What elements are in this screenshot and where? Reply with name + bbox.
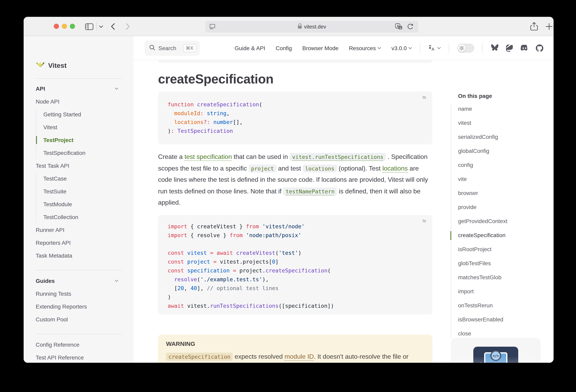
desktop-background: vitest.dev A (0, 0, 576, 392)
share-icon[interactable] (530, 17, 538, 36)
sponsor-fade (451, 356, 541, 363)
code-block-example: ts import { createVitest } from 'vitest/… (158, 215, 432, 315)
sidebar-item-testsuite[interactable]: TestSuite (43, 185, 134, 198)
toc-item-vitest[interactable]: vitest (458, 116, 507, 130)
search-button[interactable]: Search ⌘K (144, 40, 200, 56)
close-button[interactable] (54, 24, 59, 29)
sidebar-divider (36, 78, 121, 79)
reload-icon[interactable] (407, 23, 414, 32)
nav-link-resources[interactable]: Resources (349, 45, 381, 51)
toc-item-isrootproject[interactable]: isRootProject (458, 242, 507, 256)
doc-link-module-id[interactable]: module ID (285, 353, 314, 360)
toc-item-createspecification[interactable]: createSpecification (458, 228, 507, 242)
nav-link-config[interactable]: Config (276, 45, 292, 51)
sidebar-nav: APINode APIGetting StartedVitestTestProj… (36, 82, 134, 363)
forward-button[interactable] (126, 17, 130, 36)
sidebar-item-test-task-api[interactable]: Test Task API (36, 159, 134, 172)
sidebar-item-runner-api[interactable]: Runner API (36, 223, 134, 236)
sidebar-item-testcase[interactable]: TestCase (43, 172, 134, 185)
sidebar-item-reporters-api[interactable]: Reporters API (36, 236, 134, 249)
address-bar[interactable]: vitest.dev A (205, 21, 418, 32)
mastodon-icon[interactable] (506, 44, 514, 52)
nav-link-v3-0-0[interactable]: v3.0.0 (392, 45, 412, 51)
nav-link-guide-api[interactable]: Guide & API (235, 45, 265, 51)
sidebar-subgroup: TestCaseTestSuiteTestModuleTestCollectio… (36, 172, 134, 223)
toc-item-import[interactable]: import (458, 284, 507, 299)
sponsor-banner[interactable]: </> (451, 338, 541, 363)
warning-body: createSpecification expects resolved mod… (166, 351, 424, 363)
minimize-button[interactable] (62, 24, 67, 29)
toc-rail (451, 104, 451, 339)
navbar-separator (482, 43, 483, 53)
toc-item-getprovidedcontext[interactable]: getProvidedContext (458, 214, 507, 228)
new-tab-icon[interactable] (546, 17, 553, 36)
sidebar-item-testcollection[interactable]: TestCollection (43, 211, 134, 223)
doc-link-locations[interactable]: locations (382, 165, 408, 172)
discord-icon[interactable] (520, 45, 529, 51)
toc-item-ontestsrerun[interactable]: onTestsRerun (458, 299, 507, 313)
toc-item-config[interactable]: config (458, 158, 507, 172)
sidebar-item-testproject[interactable]: TestProject (43, 134, 134, 147)
inline-code: project (249, 164, 276, 172)
translate-icon[interactable]: A (395, 23, 402, 32)
toc-item-name[interactable]: name (458, 102, 507, 116)
sidebar-item-config-reference[interactable]: Config Reference (36, 338, 134, 351)
toc-item-vite[interactable]: vite (458, 172, 507, 186)
back-button[interactable] (111, 17, 115, 36)
code-signature: function createSpecification( moduleId: … (158, 91, 432, 139)
doc-sidebar: Vitest APINode APIGetting StartedVitestT… (24, 36, 134, 363)
toc-item-globalconfig[interactable]: globalConfig (458, 144, 507, 158)
sidebar-item-custom-pool[interactable]: Custom Pool (36, 313, 134, 326)
vitest-logo-icon (36, 60, 45, 71)
sidebar-item-getting-started[interactable]: Getting Started (43, 108, 134, 121)
sidebar-section-api[interactable]: API (36, 82, 134, 95)
language-menu[interactable]: x A (428, 45, 441, 51)
toc-active-marker (450, 231, 451, 240)
vitest-logo[interactable]: Vitest (36, 60, 67, 71)
search-shortcut: ⌘K (183, 44, 197, 52)
sidebar-item-test-api-reference[interactable]: Test API Reference (36, 351, 134, 363)
safari-window: vitest.dev A (24, 17, 553, 363)
sidebar-section-guides[interactable]: Guides (36, 274, 134, 287)
sidebar-item-running-tests[interactable]: Running Tests (36, 287, 134, 300)
code-example: import { createVitest } from 'vitest/nod… (158, 215, 432, 314)
toc-item-isbrowserenabled[interactable]: isBrowserEnabled (458, 313, 507, 327)
toc-title: On this page (458, 93, 492, 99)
window-controls (54, 24, 75, 29)
sidebar-item-node-api[interactable]: Node API (36, 95, 134, 108)
warning-title: WARNING (166, 340, 424, 347)
navbar-separator (420, 43, 420, 53)
sidebar-item-testmodule[interactable]: TestModule (43, 198, 134, 211)
sidebar-item-vitest[interactable]: Vitest (43, 121, 134, 134)
svg-text:A: A (432, 47, 434, 51)
site-navbar: Search ⌘K Guide & APIConfigBrowser ModeR… (134, 36, 553, 60)
inline-code-link-vitest-runtestspecifications[interactable]: vitest.runTestSpecifications (289, 153, 386, 161)
inline-code-link-testnamepattern[interactable]: testNamePattern (283, 187, 337, 195)
inline-code: createSpecification (166, 353, 233, 361)
doc-paragraph: Create a test specification that can be … (158, 151, 434, 209)
search-label: Search (158, 45, 176, 51)
theme-toggle[interactable] (457, 44, 474, 52)
sidebar-item-task-metadata[interactable]: Task Metadata (36, 249, 134, 262)
toc-item-browser[interactable]: browser (458, 186, 507, 200)
toc-item-provide[interactable]: provide (458, 200, 507, 214)
toolbar-separator (96, 23, 97, 30)
doc-link-test-specification[interactable]: test specification (184, 153, 232, 160)
nav-link-browser-mode[interactable]: Browser Mode (302, 45, 339, 51)
github-icon[interactable] (536, 44, 544, 52)
toc-item-matchestestglob[interactable]: matchesTestGlob (458, 271, 507, 284)
code-block-signature: ts function createSpecification( moduleI… (158, 91, 432, 145)
sidebar-toggle-icon[interactable] (85, 17, 93, 36)
sidebar-chevron-down-icon[interactable] (99, 17, 103, 36)
sidebar-item-extending-reporters[interactable]: Extending Reporters (36, 300, 134, 313)
toc-item-globtestfiles[interactable]: globTestFiles (458, 256, 507, 271)
toc-item-serializedconfig[interactable]: serializedConfig (458, 130, 507, 144)
sidebar-item-testspecification[interactable]: TestSpecification (43, 147, 134, 159)
sidebar-divider (36, 334, 121, 334)
navbar-links: Guide & APIConfigBrowser ModeResourcesv3… (235, 43, 544, 53)
bluesky-icon[interactable] (490, 44, 499, 52)
search-icon (149, 44, 155, 52)
zoom-button[interactable] (70, 24, 75, 29)
warning-callout: WARNING createSpecification expects reso… (158, 335, 432, 363)
url-text[interactable]: vitest.dev (304, 24, 326, 30)
